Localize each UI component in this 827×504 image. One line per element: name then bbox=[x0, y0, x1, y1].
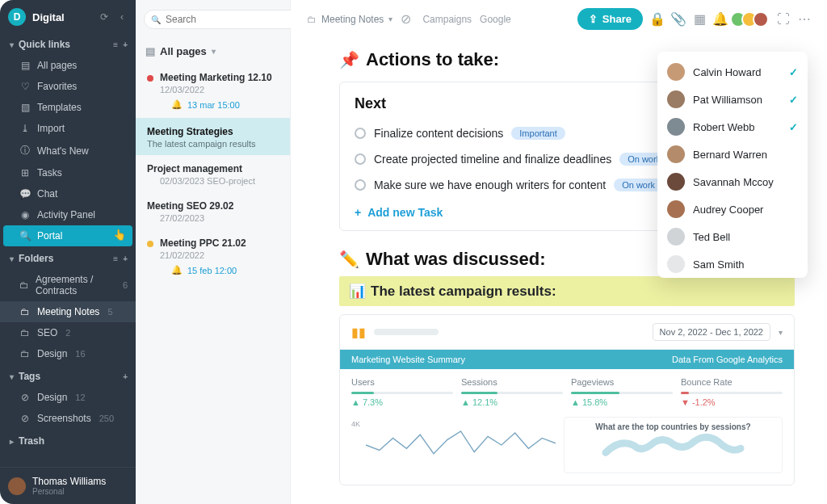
nav-icon: ⤓ bbox=[19, 123, 31, 134]
plus-icon[interactable]: + bbox=[123, 40, 128, 49]
task-text: Create projected timeline and finalize d… bbox=[374, 153, 611, 166]
page-icon: ▤ bbox=[145, 45, 155, 57]
sidebar-item-what-s-new[interactable]: ⓘWhat's New bbox=[0, 139, 136, 162]
chevron-down-icon: ▾ bbox=[10, 40, 14, 49]
sidebar-item-import[interactable]: ⤓Import bbox=[0, 118, 136, 139]
sidebar-item-tasks[interactable]: ⊞Tasks bbox=[0, 162, 136, 183]
tag-icon[interactable]: ⊘ bbox=[401, 11, 411, 27]
add-task-label: Add new Task bbox=[367, 206, 443, 219]
attachment-icon[interactable]: 📎 bbox=[672, 13, 685, 26]
plus-icon[interactable]: + bbox=[123, 254, 128, 263]
task-text: Finalize content decisions bbox=[374, 127, 503, 140]
reminder-time: 15 feb 12:00 bbox=[187, 266, 237, 275]
folder-item[interactable]: 🗀Design 16 bbox=[0, 343, 136, 364]
trash-header[interactable]: ▸ Trash bbox=[0, 429, 136, 452]
search-input[interactable] bbox=[166, 14, 287, 25]
plus-icon: + bbox=[355, 206, 361, 219]
bell-icon[interactable]: 🔔 bbox=[714, 13, 727, 26]
tag-label: Screenshots bbox=[37, 413, 91, 424]
nav-label: Favorites bbox=[37, 81, 77, 92]
grid-icon[interactable]: ▦ bbox=[693, 13, 706, 26]
sidebar-item-favorites[interactable]: ♡Favorites bbox=[0, 76, 136, 97]
task-radio[interactable] bbox=[355, 153, 366, 165]
tag-chip[interactable]: Campaigns bbox=[422, 14, 472, 25]
page-item[interactable]: Meeting Marketing 12.1012/03/2022🔔13 mar… bbox=[136, 64, 290, 118]
nav-label: All pages bbox=[37, 60, 77, 71]
list-icon[interactable]: ≡ bbox=[113, 254, 118, 263]
nav-icon: ▧ bbox=[19, 102, 31, 113]
page-date: 02/03/2023 SEO-project bbox=[160, 176, 279, 186]
page-item[interactable]: Project management02/03/2023 SEO-project bbox=[136, 155, 290, 192]
folder-item[interactable]: 🗀SEO 2 bbox=[0, 322, 136, 343]
share-person-row[interactable]: Savannah Mccoy bbox=[657, 168, 808, 195]
page-title: Meeting Strategies bbox=[147, 126, 233, 137]
tag-item[interactable]: ⊘Design 12 bbox=[0, 387, 136, 408]
person-name: Robert Webb bbox=[693, 121, 781, 133]
tags-header[interactable]: ▾ Tags + bbox=[0, 364, 136, 387]
collaborator-avatars[interactable] bbox=[735, 11, 769, 27]
user-footer[interactable]: Thomas Williams Personal bbox=[0, 467, 136, 504]
chevron-down-icon: ▾ bbox=[212, 47, 216, 56]
folder-item[interactable]: 🗀Meeting Notes 5 bbox=[0, 301, 136, 322]
page-date: 12/03/2022 bbox=[160, 85, 279, 94]
chevron-down-icon[interactable]: ▾ bbox=[779, 328, 783, 337]
share-person-row[interactable]: Robert Webb✓ bbox=[657, 113, 808, 141]
folder-label: Design bbox=[37, 348, 67, 359]
page-item[interactable]: Meeting PPC 21.0221/02/2022🔔15 feb 12:00 bbox=[136, 229, 290, 284]
share-person-row[interactable]: Ted Bell bbox=[657, 223, 808, 250]
folder-icon: 🗀 bbox=[19, 348, 31, 359]
page-item[interactable]: Meeting SEO 29.0227/02/2023 bbox=[136, 192, 290, 229]
folders-header[interactable]: ▾ Folders ≡ + bbox=[0, 246, 136, 269]
tag-chip[interactable]: Google bbox=[480, 14, 511, 25]
share-person-row[interactable]: Sam Smith bbox=[657, 250, 808, 278]
nav-icon: ⊞ bbox=[19, 167, 31, 178]
all-pages-button[interactable]: ▤ All pages ▾ bbox=[136, 37, 290, 64]
share-person-row[interactable]: Audrey Cooper bbox=[657, 195, 808, 223]
expand-icon[interactable]: ⛶ bbox=[777, 13, 790, 26]
sync-icon[interactable]: ⟳ bbox=[99, 11, 110, 23]
date-range-picker[interactable]: Nov 2, 2022 - Dec 1, 2022 bbox=[653, 323, 770, 341]
avatar bbox=[667, 200, 685, 218]
folder-item[interactable]: 🗀Agreements / Contracts 6 bbox=[0, 269, 136, 301]
share-person-row[interactable]: Pat Williamson✓ bbox=[657, 86, 808, 113]
nav-icon: ♡ bbox=[19, 81, 31, 92]
metric-value: ▲12.1% bbox=[461, 397, 563, 407]
sidebar-item-chat[interactable]: 💬Chat bbox=[0, 183, 136, 204]
check-icon: ✓ bbox=[789, 66, 798, 78]
folder-icon: 🗀 bbox=[19, 306, 31, 317]
plus-icon[interactable]: + bbox=[123, 372, 128, 381]
avatar bbox=[667, 145, 685, 163]
campaign-results-banner: 📊 The latest campaign results: bbox=[339, 276, 795, 306]
nav-icon: ◉ bbox=[19, 209, 31, 220]
sidebar-item-templates[interactable]: ▧Templates bbox=[0, 97, 136, 118]
status-dot bbox=[147, 241, 153, 247]
more-icon[interactable]: ⋯ bbox=[798, 13, 811, 26]
search-input-wrap[interactable]: 🔍 ⇅ bbox=[144, 10, 305, 29]
share-button[interactable]: ⇪ Share bbox=[577, 8, 643, 30]
quick-links-header[interactable]: ▾ Quick links ≡ + bbox=[0, 32, 136, 55]
tag-item[interactable]: ⊘Screenshots 250 bbox=[0, 408, 136, 429]
page-item[interactable]: Meeting StrategiesThe latest campaign re… bbox=[136, 118, 290, 155]
share-person-row[interactable]: Calvin Howard✓ bbox=[657, 58, 808, 86]
analytics-embed: ▮▮ Nov 2, 2022 - Dec 1, 2022 ▾ Marketing… bbox=[339, 314, 795, 485]
workspace-switcher[interactable]: D Digital ⟳ ‹ bbox=[0, 0, 136, 32]
lock-icon[interactable]: 🔒 bbox=[651, 13, 664, 26]
share-person-row[interactable]: Bernard Warren bbox=[657, 141, 808, 168]
pencil-icon: ✏️ bbox=[339, 250, 359, 269]
task-radio[interactable] bbox=[355, 128, 366, 139]
breadcrumb[interactable]: 🗀 Meeting Notes ▾ bbox=[307, 14, 393, 25]
nav-label: Portal bbox=[37, 230, 62, 242]
page-title: Meeting SEO 29.02 bbox=[147, 200, 233, 212]
task-radio[interactable] bbox=[355, 179, 366, 191]
folder-icon: 🗀 bbox=[307, 14, 317, 25]
sidebar-item-portal[interactable]: 🔍Portal👆 bbox=[3, 225, 132, 246]
sidebar-item-activity-panel[interactable]: ◉Activity Panel bbox=[0, 204, 136, 225]
metric-label: Sessions bbox=[461, 377, 563, 387]
bell-icon: 🔔 bbox=[171, 265, 183, 275]
list-icon[interactable]: ≡ bbox=[113, 40, 118, 49]
collapse-sidebar-icon[interactable]: ‹ bbox=[116, 11, 128, 23]
sidebar-item-all-pages[interactable]: ▤All pages bbox=[0, 55, 136, 76]
status-badge: Important bbox=[511, 127, 565, 140]
share-popover: Calvin Howard✓Pat Williamson✓Robert Webb… bbox=[657, 52, 808, 278]
reminder: 🔔15 feb 12:00 bbox=[147, 260, 279, 277]
